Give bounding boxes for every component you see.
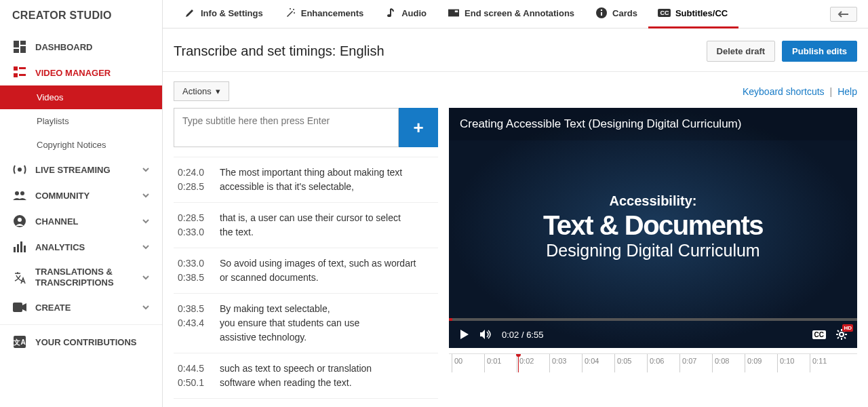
timeline-tick: 0:05 xyxy=(614,354,647,372)
svg-point-10 xyxy=(20,191,24,195)
video-title: Creating Accessible Text (Designing Digi… xyxy=(449,108,857,140)
playhead[interactable] xyxy=(518,354,519,372)
svg-rect-15 xyxy=(20,241,22,252)
subtitle-input[interactable] xyxy=(174,108,399,147)
subtitle-editor: + 0:24.00:28.5 The most important thing … xyxy=(174,108,438,407)
add-subtitle-button[interactable]: + xyxy=(399,108,438,147)
svg-point-29 xyxy=(840,332,844,336)
info-circle-icon xyxy=(596,7,607,18)
video-manager-icon xyxy=(12,66,27,79)
plus-icon: + xyxy=(413,117,423,138)
dashboard-icon xyxy=(12,41,27,53)
chevron-down-icon xyxy=(142,191,150,199)
timeline-tick: 0:03 xyxy=(549,354,582,372)
chevron-down-icon xyxy=(142,243,150,251)
svg-point-20 xyxy=(293,9,294,10)
tab-enhancements[interactable]: Enhancements xyxy=(274,0,374,28)
subtitle-row[interactable]: 0:28.50:33.0 that is, a user can use the… xyxy=(174,203,438,248)
svg-rect-24 xyxy=(448,9,459,17)
svg-rect-7 xyxy=(19,74,26,76)
cc-button[interactable]: CC xyxy=(812,330,826,339)
main-panel: Info & Settings Enhancements Audio End s… xyxy=(163,0,868,407)
studio-title: CREATOR STUDIO xyxy=(0,5,162,34)
timeline-ruler[interactable]: 00 0:01 0:02 0:03 0:04 0:05 0:06 0:07 0:… xyxy=(449,353,857,372)
sidebar-item-channel[interactable]: CHANNEL xyxy=(0,208,162,234)
sidebar-item-label: YOUR CONTRIBUTIONS xyxy=(35,337,137,347)
tab-audio[interactable]: Audio xyxy=(374,0,437,28)
sidebar-item-dashboard[interactable]: DASHBOARD xyxy=(0,34,162,60)
tab-info-settings[interactable]: Info & Settings xyxy=(174,0,274,28)
play-button[interactable] xyxy=(458,328,471,341)
sidebar-sub-copyright[interactable]: Copyright Notices xyxy=(0,133,162,157)
tab-cards[interactable]: Cards xyxy=(585,0,648,28)
actions-dropdown[interactable]: Actions ▾ xyxy=(174,81,229,101)
timeline-tick: 0:11 xyxy=(810,354,842,372)
svg-point-21 xyxy=(290,8,291,9)
sidebar-sub-playlists[interactable]: Playlists xyxy=(0,109,162,133)
volume-button[interactable] xyxy=(480,328,492,341)
tools-row: Actions ▾ Keyboard shortcuts | Help xyxy=(163,72,868,108)
endscreen-icon xyxy=(448,7,459,18)
caret-down-icon: ▾ xyxy=(216,86,220,96)
delete-draft-button[interactable]: Delete draft xyxy=(707,41,776,62)
chevron-down-icon xyxy=(142,303,150,311)
timeline-tick: 0:07 xyxy=(679,354,712,372)
sidebar-sub-videos[interactable]: Videos xyxy=(0,85,162,109)
sidebar-item-contributions[interactable]: 文A YOUR CONTRIBUTIONS xyxy=(0,329,162,355)
create-icon xyxy=(12,301,27,313)
sidebar-item-label: TRANSLATIONS & TRANSCRIPTIONS xyxy=(35,267,114,288)
video-player[interactable]: Creating Accessible Text (Designing Digi… xyxy=(449,108,857,348)
sidebar-item-translations[interactable]: TRANSLATIONS & TRANSCRIPTIONS xyxy=(0,260,162,294)
svg-point-22 xyxy=(294,12,295,14)
video-panel: Creating Accessible Text (Designing Digi… xyxy=(449,108,857,407)
sidebar-item-live-streaming[interactable]: LIVE STREAMING xyxy=(0,157,162,182)
svg-rect-17 xyxy=(13,303,22,312)
timeline-tick: 0:04 xyxy=(582,354,614,372)
svg-rect-25 xyxy=(455,10,458,12)
chevron-down-icon xyxy=(142,217,150,225)
translate-icon xyxy=(12,271,27,284)
subtitle-list[interactable]: 0:24.00:28.5 The most important thing ab… xyxy=(174,157,438,407)
video-controls: 0:02 / 6:55 CC HD xyxy=(449,321,857,348)
svg-rect-3 xyxy=(14,49,19,53)
help-link[interactable]: Help xyxy=(837,86,857,97)
timeline-tick: 0:08 xyxy=(712,354,745,372)
chevron-down-icon xyxy=(142,273,150,282)
settings-button[interactable]: HD xyxy=(835,328,848,341)
revert-button[interactable] xyxy=(830,7,857,22)
sidebar-item-label: CREATE xyxy=(35,303,71,313)
keyboard-shortcuts-link[interactable]: Keyboard shortcuts xyxy=(743,86,825,97)
tab-subtitles[interactable]: CC Subtitles/CC xyxy=(648,0,738,28)
sidebar-item-create[interactable]: CREATE xyxy=(0,294,162,320)
subtitle-row[interactable]: 0:33.00:38.5 So avoid using images of te… xyxy=(174,248,438,294)
publish-edits-button[interactable]: Publish edits xyxy=(782,41,857,62)
community-icon xyxy=(12,189,27,201)
sidebar-item-community[interactable]: COMMUNITY xyxy=(0,182,162,208)
hd-badge: HD xyxy=(842,324,853,332)
wand-icon xyxy=(285,7,296,18)
svg-rect-1 xyxy=(20,41,26,45)
svg-rect-14 xyxy=(17,244,19,252)
sidebar-item-label: LIVE STREAMING xyxy=(35,165,111,175)
video-frame-content: Accessibility: Text & Documents Designin… xyxy=(469,193,837,260)
tab-endscreen[interactable]: End screen & Annotations xyxy=(437,0,585,28)
svg-rect-4 xyxy=(14,66,18,71)
separator: | xyxy=(830,86,833,97)
subtitle-row[interactable]: 0:24.00:28.5 The most important thing ab… xyxy=(174,157,438,203)
sidebar: CREATOR STUDIO DASHBOARD VIDEO MANAGER V… xyxy=(0,0,163,407)
svg-rect-16 xyxy=(24,246,26,252)
analytics-icon xyxy=(12,241,27,253)
subtitle-row[interactable]: 0:38.50:43.4 By making text selectable, … xyxy=(174,294,438,353)
svg-rect-27 xyxy=(601,12,602,16)
channel-icon xyxy=(12,215,27,227)
sidebar-item-label: DASHBOARD xyxy=(35,42,93,52)
sidebar-item-video-manager[interactable]: VIDEO MANAGER xyxy=(0,60,162,85)
tab-bar: Info & Settings Enhancements Audio End s… xyxy=(163,0,868,28)
timeline-tick: 0:10 xyxy=(777,354,810,372)
sidebar-item-analytics[interactable]: ANALYTICS xyxy=(0,234,162,260)
subtitle-row[interactable]: 0:44.50:50.1 such as text to speech or t… xyxy=(174,353,438,399)
timeline-tick: 00 xyxy=(452,354,484,372)
sidebar-item-label: COMMUNITY xyxy=(35,191,90,201)
svg-rect-6 xyxy=(14,73,18,77)
sidebar-item-label: ANALYTICS xyxy=(35,242,85,252)
